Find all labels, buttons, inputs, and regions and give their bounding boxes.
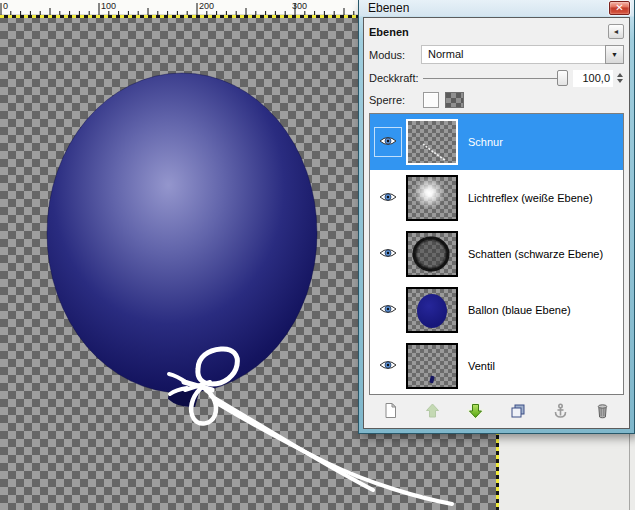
duplicate-icon bbox=[509, 402, 526, 419]
anchor-layer-button[interactable] bbox=[549, 399, 571, 421]
layer-name[interactable]: Lichtreflex (weiße Ebene) bbox=[468, 192, 593, 204]
lower-layer-button[interactable] bbox=[464, 399, 486, 421]
raise-layer-button[interactable] bbox=[422, 399, 444, 421]
spin-down-icon[interactable] bbox=[617, 79, 623, 83]
new-page-icon bbox=[382, 402, 399, 419]
lock-alpha-button[interactable] bbox=[445, 92, 464, 108]
layer-row-ventil[interactable]: Ventil bbox=[370, 338, 623, 394]
layer-name[interactable]: Schatten (schwarze Ebene) bbox=[468, 248, 603, 260]
panel-title: Ebenen bbox=[369, 26, 409, 38]
mode-dropdown-arrow-icon[interactable]: ▼ bbox=[605, 45, 624, 64]
eye-icon bbox=[379, 359, 397, 371]
window-edge-line bbox=[629, 433, 630, 510]
layer-thumbnail[interactable] bbox=[406, 119, 458, 165]
layer-toolbar bbox=[369, 397, 624, 423]
lock-pixels-button[interactable] bbox=[423, 92, 439, 108]
visibility-toggle[interactable] bbox=[374, 127, 402, 157]
ruler-label: 300 bbox=[292, 0, 307, 13]
layers-dialog: Ebenen ✕ Ebenen ◄ Modus: Normal ▼ Deckkr… bbox=[358, 0, 635, 434]
layer-name[interactable]: Ventil bbox=[468, 360, 495, 372]
layer-row-lichtreflex[interactable]: Lichtreflex (weiße Ebene) bbox=[370, 170, 623, 226]
mode-row: Modus: Normal ▼ bbox=[369, 45, 624, 64]
ruler-label: 200 bbox=[199, 0, 214, 13]
layer-row-schatten[interactable]: Schatten (schwarze Ebene) bbox=[370, 226, 623, 282]
layer-list: Schnur Lichtreflex (weiße Ebene) bbox=[369, 113, 624, 395]
gimp-workspace: 0 100 200 300 Ebenen ✕ Ebenen ◄ Modus: N… bbox=[0, 0, 635, 510]
dialog-titlebar[interactable]: Ebenen ✕ bbox=[359, 0, 634, 17]
mode-label: Modus: bbox=[369, 49, 421, 61]
opacity-row: Deckkraft: 100,0 bbox=[369, 69, 624, 87]
dialog-title: Ebenen bbox=[368, 1, 409, 15]
slider-handle[interactable] bbox=[557, 70, 568, 86]
layer-row-ballon[interactable]: Ballon (blaue Ebene) bbox=[370, 282, 623, 338]
opacity-spinner[interactable] bbox=[615, 70, 624, 87]
tab-menu-button[interactable]: ◄ bbox=[608, 24, 624, 39]
balloon-shape bbox=[47, 73, 317, 393]
mode-select[interactable]: Normal bbox=[421, 45, 605, 64]
delete-layer-button[interactable] bbox=[592, 399, 614, 421]
arrow-down-icon bbox=[467, 402, 484, 419]
layer-thumbnail[interactable] bbox=[406, 175, 458, 221]
eye-icon bbox=[379, 135, 397, 147]
layer-thumbnail[interactable] bbox=[406, 287, 458, 333]
ruler-label: 100 bbox=[101, 0, 116, 13]
dialog-content: Ebenen ◄ Modus: Normal ▼ Deckkraft: 100,… bbox=[363, 17, 630, 429]
layer-thumbnail[interactable] bbox=[406, 231, 458, 277]
visibility-toggle[interactable] bbox=[374, 351, 402, 381]
trash-icon bbox=[594, 402, 611, 419]
layer-name[interactable]: Ballon (blaue Ebene) bbox=[468, 304, 571, 316]
lock-row: Sperre: bbox=[369, 92, 624, 108]
opacity-slider[interactable] bbox=[421, 69, 568, 87]
eye-icon bbox=[379, 247, 397, 259]
ruler-label: 0 bbox=[3, 0, 8, 13]
layer-row-schnur[interactable]: Schnur bbox=[370, 114, 623, 170]
opacity-label: Deckkraft: bbox=[369, 72, 421, 84]
eye-icon bbox=[379, 303, 397, 315]
eye-icon bbox=[379, 191, 397, 203]
slider-track[interactable] bbox=[423, 78, 564, 79]
layer-name[interactable]: Schnur bbox=[468, 136, 503, 148]
opacity-value[interactable]: 100,0 bbox=[573, 70, 613, 87]
visibility-toggle[interactable] bbox=[374, 239, 402, 269]
string-thumb-graphic bbox=[408, 121, 456, 163]
spin-up-icon[interactable] bbox=[617, 73, 623, 77]
arrow-up-icon bbox=[424, 402, 441, 419]
visibility-toggle[interactable] bbox=[374, 183, 402, 213]
new-layer-button[interactable] bbox=[379, 399, 401, 421]
layer-thumbnail[interactable] bbox=[406, 343, 458, 389]
lock-label: Sperre: bbox=[369, 94, 421, 106]
close-button[interactable]: ✕ bbox=[609, 1, 630, 15]
duplicate-layer-button[interactable] bbox=[507, 399, 529, 421]
anchor-icon bbox=[552, 402, 569, 419]
visibility-toggle[interactable] bbox=[374, 295, 402, 325]
